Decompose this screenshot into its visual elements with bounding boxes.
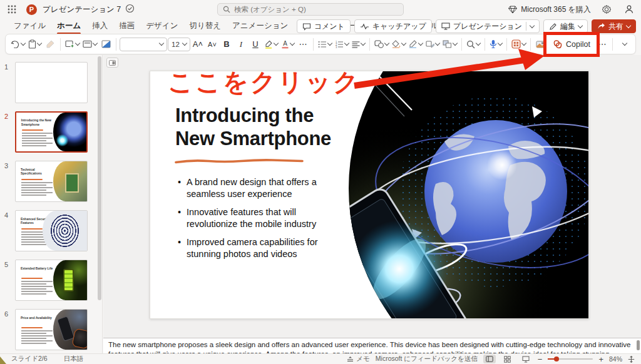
layout-button[interactable] bbox=[81, 36, 98, 53]
tab-draw[interactable]: 描画 bbox=[114, 19, 140, 34]
underline-button[interactable]: U bbox=[249, 36, 262, 53]
fit-to-window-icon[interactable] bbox=[628, 356, 635, 363]
thumbnail-slide-4[interactable]: 4 Enhanced Security Features bbox=[15, 210, 88, 251]
chevron-down-icon bbox=[622, 41, 627, 46]
bold-button[interactable]: B bbox=[220, 36, 233, 53]
language-indicator[interactable]: 日本語 bbox=[64, 355, 84, 363]
chevron-down-icon[interactable] bbox=[498, 41, 503, 46]
tab-home[interactable]: ホーム bbox=[52, 19, 86, 34]
chevron-down-icon[interactable] bbox=[435, 41, 440, 46]
font-size-select[interactable]: 12 bbox=[168, 38, 190, 51]
chevron-down-icon[interactable] bbox=[274, 41, 279, 46]
presentation-mode-button[interactable]: プレゼンテーション bbox=[436, 19, 540, 33]
comment-bubble-icon bbox=[302, 23, 311, 31]
panel-toggle-button[interactable] bbox=[106, 58, 118, 68]
edit-mode-button[interactable]: 編集 bbox=[543, 19, 588, 33]
chevron-down-icon[interactable] bbox=[75, 41, 80, 46]
designer-button[interactable] bbox=[99, 36, 113, 53]
tab-file[interactable]: ファイル bbox=[9, 19, 51, 34]
comments-button[interactable]: コメント bbox=[297, 19, 351, 33]
chevron-down-icon[interactable] bbox=[290, 41, 295, 46]
font-name-select[interactable] bbox=[120, 38, 167, 51]
notes-text[interactable]: The new smartphone proposes a sleek desi… bbox=[108, 340, 632, 353]
slide-editor[interactable]: Introducing the New Smartphone A brand n… bbox=[150, 71, 589, 319]
speaker-notes-pane[interactable]: The new smartphone proposes a sleek desi… bbox=[103, 338, 641, 353]
shrink-font-button[interactable]: A˅ bbox=[205, 36, 219, 53]
chevron-down-icon[interactable] bbox=[401, 41, 406, 46]
grow-font-button[interactable]: A˄ bbox=[191, 36, 205, 53]
font-color-button[interactable]: A bbox=[280, 36, 295, 53]
thumbnail-frame[interactable]: Extended Battery Life bbox=[15, 260, 88, 301]
chevron-down-icon[interactable] bbox=[521, 41, 526, 46]
thumbnail-slide-2[interactable]: 2 Introducing the New Smartphone bbox=[15, 111, 88, 153]
zoom-slider[interactable] bbox=[548, 358, 593, 360]
tab-transitions[interactable]: 切り替え bbox=[184, 19, 226, 34]
chevron-down-icon bbox=[159, 41, 164, 46]
chevron-down-icon[interactable] bbox=[361, 41, 366, 46]
account-person-icon[interactable] bbox=[622, 3, 636, 16]
undo-button[interactable] bbox=[9, 36, 26, 53]
slide-body-text[interactable]: A brand new design that offers a seamles… bbox=[177, 176, 338, 266]
chevron-down-icon[interactable] bbox=[418, 41, 423, 46]
format-painter-button[interactable] bbox=[43, 36, 57, 53]
chevron-down-icon[interactable] bbox=[476, 41, 481, 46]
numbered-list-icon: 123 bbox=[335, 41, 344, 48]
zoom-out-button[interactable]: − bbox=[538, 355, 543, 364]
italic-button[interactable]: I bbox=[234, 36, 248, 53]
thumbnail-frame[interactable]: Price and Availability bbox=[15, 309, 88, 350]
zoom-level[interactable]: 84% bbox=[609, 355, 622, 363]
more-font-options-button[interactable]: ⋯ bbox=[296, 36, 310, 53]
slide-sorter-view-button[interactable] bbox=[501, 355, 514, 363]
thumbnail-slide-6[interactable]: 6 Price and Availability bbox=[15, 309, 88, 350]
chevron-down-icon[interactable] bbox=[384, 41, 389, 46]
slide-title-text[interactable]: Introducing the New Smartphone bbox=[175, 104, 351, 150]
zoom-slider-knob[interactable] bbox=[554, 356, 559, 361]
powerpoint-logo[interactable]: P bbox=[26, 4, 37, 15]
document-title[interactable]: プレゼンテーション 7 bbox=[43, 4, 121, 15]
saved-status-icon[interactable] bbox=[125, 4, 135, 16]
feedback-link[interactable]: Microsoft にフィードバックを送信 bbox=[376, 355, 478, 363]
chevron-down-icon[interactable] bbox=[530, 23, 535, 28]
tab-design[interactable]: デザイン bbox=[141, 19, 183, 34]
copilot-button[interactable]: Copilot bbox=[548, 36, 595, 53]
thumbnail-image-fingerprint bbox=[43, 211, 87, 251]
thumbnail-scrollbar[interactable] bbox=[98, 56, 101, 300]
notes-scrollbar[interactable] bbox=[637, 340, 640, 350]
chevron-down-icon[interactable] bbox=[344, 41, 349, 46]
ribbon-overflow-button[interactable]: ⋯ bbox=[595, 36, 609, 53]
chevron-down-icon[interactable] bbox=[578, 23, 583, 28]
chevron-down-icon[interactable] bbox=[453, 41, 458, 46]
chevron-down-icon[interactable] bbox=[327, 41, 332, 46]
thumbnail-image-globe bbox=[53, 113, 86, 151]
app-launcher-icon[interactable] bbox=[4, 1, 20, 18]
chevron-down-icon[interactable] bbox=[93, 41, 98, 46]
thumbnail-frame[interactable]: Introducing the New Smartphone bbox=[15, 111, 88, 153]
notes-toggle-button[interactable]: メモ bbox=[347, 355, 370, 363]
chevron-down-icon[interactable] bbox=[626, 23, 631, 28]
search-input[interactable]: 検索 (オプション + Q) bbox=[217, 3, 404, 16]
catchup-button[interactable]: キャッチアップ bbox=[354, 19, 432, 33]
thumbnail-slide-5[interactable]: 5 Extended Battery Life bbox=[15, 260, 88, 301]
thumbnail-slide-1[interactable]: 1 bbox=[15, 62, 88, 103]
settings-gear-icon[interactable] bbox=[600, 3, 613, 16]
thumbnail-slide-3[interactable]: 3 Technical Specifications bbox=[15, 161, 88, 202]
bullets-button[interactable] bbox=[317, 36, 333, 53]
paste-button[interactable] bbox=[27, 36, 43, 53]
thumbnail-frame[interactable]: Enhanced Security Features bbox=[15, 210, 88, 251]
share-button[interactable]: 共有 bbox=[592, 19, 636, 33]
buy-microsoft365-button[interactable]: Microsoft 365 を購入 bbox=[508, 4, 591, 15]
tab-insert[interactable]: 挿入 bbox=[87, 19, 113, 34]
app-top-bar: P プレゼンテーション 7 検索 (オプション + Q) Microsoft 3… bbox=[0, 0, 641, 19]
slideshow-view-button[interactable] bbox=[520, 355, 532, 363]
ribbon-options-button[interactable] bbox=[618, 36, 632, 53]
tab-animations[interactable]: アニメーション bbox=[227, 19, 293, 34]
thumbnail-frame[interactable] bbox=[15, 62, 88, 103]
zoom-in-button[interactable]: + bbox=[598, 355, 603, 364]
normal-view-button[interactable] bbox=[483, 355, 496, 363]
thumbnail-image-battery bbox=[53, 260, 87, 300]
thumbnail-frame[interactable]: Technical Specifications bbox=[15, 161, 88, 202]
chevron-down-icon[interactable] bbox=[21, 41, 26, 46]
chevron-down-icon[interactable] bbox=[37, 41, 42, 46]
new-slide-button[interactable] bbox=[64, 36, 81, 53]
highlight-color-button[interactable] bbox=[263, 36, 279, 53]
